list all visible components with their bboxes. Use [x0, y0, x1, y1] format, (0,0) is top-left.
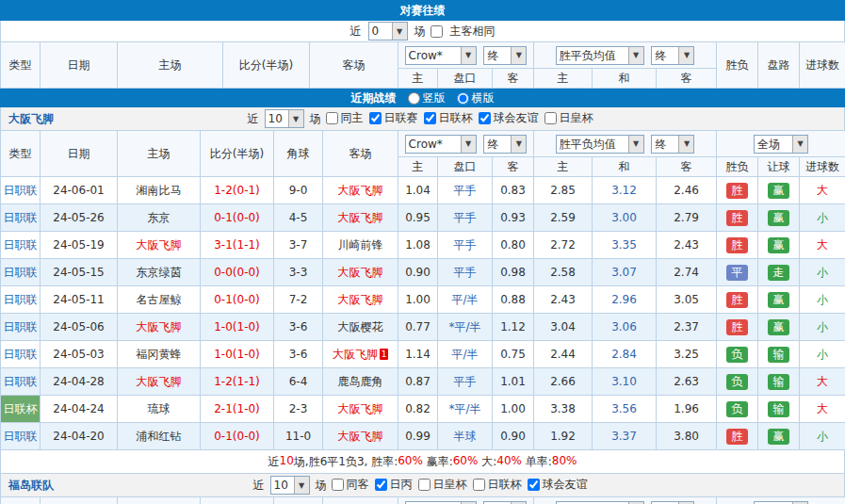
h2h-odds-source-select[interactable]: Crow*▼ — [405, 46, 477, 65]
result-cell: 胜 — [717, 232, 758, 259]
away-odds-cell: 0.80 — [493, 232, 534, 259]
gamba-summary-row: 近10场,胜6平1负3, 胜率:60% 赢率:60% 大:40% 单率:80% — [0, 450, 845, 474]
fukushima-section-header: 福岛联队 近 10 ▼ 场 同客日丙日皇杯日联杯球会友谊 — [0, 474, 845, 496]
unit-label: 场 — [414, 24, 426, 40]
col-away: 客场 — [323, 497, 398, 504]
date-cell: 24-05-15 — [41, 259, 118, 286]
avg-win-cell: 2.66 — [534, 368, 593, 396]
filter-option[interactable]: 球会友谊 — [528, 477, 588, 493]
gamba-near-count-select[interactable]: 10 ▼ — [265, 109, 304, 128]
away-odds-cell: 0.90 — [493, 423, 534, 450]
filter-checkbox[interactable] — [479, 112, 491, 124]
h2h-odds-source-value: Crow* — [406, 48, 461, 63]
filter-checkbox[interactable] — [544, 112, 557, 124]
avg-source-select[interactable]: 胜平负均值▼ — [556, 501, 644, 504]
filter-checkbox[interactable] — [418, 479, 431, 491]
filter-option[interactable]: 日联杯 — [424, 110, 473, 126]
h2h-col-date: 日期 — [41, 42, 118, 89]
avg-final-select[interactable]: 终▼ — [651, 501, 694, 504]
scope-value: 全场 — [755, 137, 792, 152]
h2h-near-count-select[interactable]: 0 ▼ — [368, 22, 408, 41]
odds-source-select[interactable]: Crow*▼ — [405, 135, 477, 154]
horizontal-layout-option[interactable]: 横版 — [457, 90, 495, 106]
odds-final-select[interactable]: 终▼ — [483, 135, 527, 154]
filter-checkbox[interactable] — [332, 479, 344, 491]
home-team-cell: 大阪飞脚 — [118, 232, 201, 259]
col-type: 类型 — [1, 497, 41, 504]
league-cell: 日职联 — [1, 314, 41, 341]
recent-results-bar: 近期战绩 竖版 横版 — [0, 89, 845, 107]
h2h-subcol-avg-win: 主 — [534, 69, 593, 89]
avg-source-select[interactable]: 胜平负均值▼ — [556, 135, 644, 154]
avg-source-value: 胜平负均值 — [557, 137, 628, 152]
date-cell: 24-05-19 — [41, 232, 118, 259]
date-cell: 24-05-11 — [41, 286, 118, 314]
home-team-cell: 琉球 — [118, 396, 201, 423]
filter-option[interactable]: 日联杯 — [473, 477, 522, 493]
result-badge: 胜 — [726, 183, 748, 199]
subcol-goals: 进球数 — [800, 157, 845, 177]
filter-checkbox[interactable] — [424, 112, 436, 124]
h2h-odds-final-select[interactable]: 终▼ — [483, 46, 527, 65]
home-odds-cell: 0.77 — [398, 314, 438, 341]
avg-lose-cell: 3.05 — [657, 286, 717, 314]
scope-select[interactable]: 全场▼ — [754, 501, 808, 504]
avg-final-value: 终 — [652, 137, 678, 152]
filter-checkbox[interactable] — [369, 112, 382, 124]
vertical-layout-option[interactable]: 竖版 — [408, 90, 446, 106]
odds-source-select[interactable]: Crow*▼ — [405, 501, 477, 504]
filter-label: 日联赛 — [384, 110, 418, 126]
filter-option[interactable]: 球会友谊 — [479, 110, 539, 126]
scope-select[interactable]: 全场▼ — [754, 135, 808, 154]
away-odds-cell: 1.01 — [493, 368, 534, 396]
goals-cell: 小 — [800, 314, 845, 341]
away-odds-cell: 1.00 — [493, 396, 534, 423]
fukushima-near-count-select[interactable]: 10 ▼ — [270, 476, 310, 495]
filter-checkbox[interactable] — [326, 112, 338, 124]
horizontal-radio[interactable] — [457, 92, 469, 105]
summary-value: 40% — [496, 454, 522, 470]
corners-cell: 3-3 — [274, 259, 323, 286]
h2h-subcol-avg-lose: 客 — [657, 69, 717, 89]
away-team-cell: 大阪飞脚 — [323, 286, 398, 314]
away-team-cell: 川崎前锋 — [323, 232, 398, 259]
filter-option[interactable]: 日皇杯 — [418, 477, 467, 493]
avg-final-select[interactable]: 终▼ — [651, 135, 694, 154]
result-badge: 胜 — [726, 237, 748, 253]
col-type: 类型 — [1, 131, 41, 177]
league-cell: 日职联 — [1, 286, 41, 314]
gamba-filters: 同主日联赛日联杯球会友谊日皇杯 — [325, 110, 598, 127]
cover-cell: 赢 — [758, 314, 800, 341]
h2h-avg-source-select[interactable]: 胜平负均值▼ — [556, 46, 644, 65]
odds-final-select[interactable]: 终▼ — [483, 501, 527, 504]
handicap-result-badge: 赢 — [768, 210, 789, 226]
filter-option[interactable]: 日丙 — [375, 477, 413, 493]
col-corner: 角球 — [274, 497, 323, 504]
date-cell: 24-05-06 — [41, 314, 118, 341]
away-team-cell: 大阪飞脚 — [323, 259, 398, 286]
vertical-label: 竖版 — [423, 90, 446, 106]
filter-option[interactable]: 同主 — [326, 110, 364, 126]
filter-checkbox[interactable] — [473, 479, 485, 491]
summary-label: 大: — [478, 454, 496, 470]
same-venue-checkbox[interactable] — [431, 25, 443, 38]
result-cell: 平 — [717, 259, 758, 286]
league-cell: 日职联 — [1, 368, 41, 396]
recent-rows: 日职联24-06-01湘南比马1-2(0-1)9-0大阪飞脚1.04平手0.83… — [1, 177, 845, 450]
summary-label: 场,胜6平1负3, 胜率: — [294, 454, 398, 470]
filter-option[interactable]: 同客 — [332, 477, 369, 493]
odds-group: Crow*▼ 终▼ — [398, 131, 534, 157]
avg-lose-cell: 2.46 — [657, 177, 717, 204]
filter-option[interactable]: 日皇杯 — [544, 110, 593, 126]
filter-option[interactable]: 日联赛 — [369, 110, 418, 126]
avg-lose-cell: 2.79 — [657, 204, 717, 232]
handicap-cell: *平/半 — [438, 396, 493, 423]
h2h-avg-final-select[interactable]: 终▼ — [651, 46, 694, 65]
home-odds-cell: 0.95 — [398, 204, 438, 232]
cover-cell: 赢 — [758, 232, 800, 259]
filter-checkbox[interactable] — [375, 479, 387, 491]
filter-checkbox[interactable] — [528, 479, 540, 491]
vertical-radio[interactable] — [408, 92, 420, 105]
away-team-cell: 大阪樱花 — [323, 314, 398, 341]
chevron-down-icon: ▼ — [628, 136, 643, 153]
